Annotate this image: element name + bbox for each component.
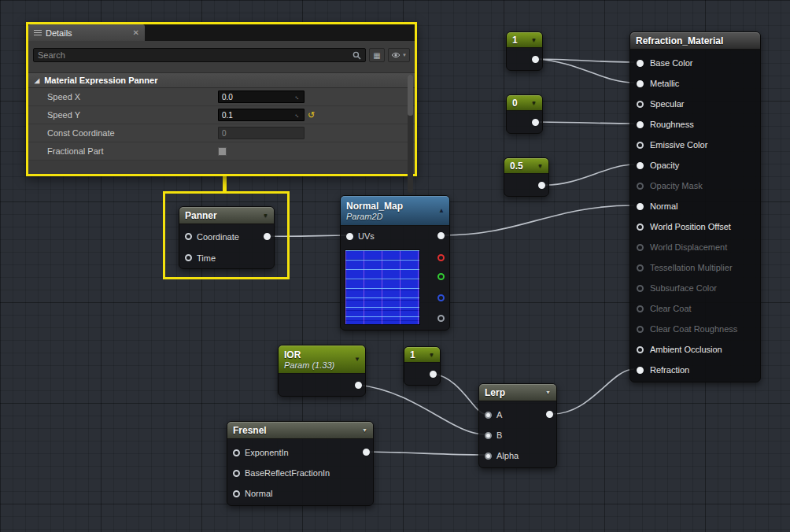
connection-wire[interactable]: [551, 369, 634, 414]
alpha-channel-pin[interactable]: [437, 315, 445, 322]
panner-output-pin[interactable]: [264, 233, 271, 240]
pin-circle[interactable]: [637, 101, 644, 108]
material-pin-opacity-mask[interactable]: Opacity Mask: [630, 175, 760, 196]
material-pin-base-color[interactable]: Base Color: [630, 53, 760, 73]
scrollbar-thumb[interactable]: [408, 75, 413, 116]
pin-basereflectfractionin[interactable]: BaseReflectFractionIn: [227, 463, 373, 483]
material-pin-normal[interactable]: Normal: [630, 196, 760, 216]
constant-node-header[interactable]: 1 ▼: [404, 347, 440, 363]
connection-wire[interactable]: [434, 374, 485, 414]
panner-node[interactable]: Panner ▼ Coordinate Time: [179, 206, 275, 269]
reset-to-default-icon[interactable]: ↺: [308, 111, 315, 120]
pin-circle[interactable]: [637, 264, 644, 272]
pin-a[interactable]: A: [479, 405, 556, 425]
material-pin-clear-coat[interactable]: Clear Coat: [630, 298, 760, 319]
speed-x-input[interactable]: 0.0 ↔: [218, 91, 305, 103]
lerp-node[interactable]: Lerp ▼ A B Alpha: [478, 383, 557, 468]
chevron-down-icon[interactable]: ▼: [263, 212, 268, 218]
collapse-icon[interactable]: ▲: [438, 207, 445, 214]
chevron-down-icon[interactable]: ▼: [354, 356, 360, 363]
constant-node-header[interactable]: 0 ▼: [507, 95, 542, 111]
pin-circle[interactable]: [637, 203, 644, 210]
material-pin-metallic[interactable]: Metallic: [630, 73, 760, 94]
constant-output-pin[interactable]: [532, 119, 539, 126]
constant-node-header[interactable]: 1 ▼: [507, 32, 542, 48]
chevron-down-icon[interactable]: ▼: [537, 163, 543, 168]
material-pin-subsurface-color[interactable]: Subsurface Color: [630, 278, 760, 298]
rgb-output-pin[interactable]: [437, 232, 445, 239]
pin-circle[interactable]: [637, 80, 644, 87]
pin-alpha[interactable]: Alpha: [479, 445, 556, 466]
fresnel-node[interactable]: Fresnel ▼ ExponentIn BaseReflectFraction…: [227, 421, 374, 506]
pin-circle[interactable]: [637, 162, 644, 169]
pin-circle[interactable]: [637, 244, 644, 251]
pin-circle[interactable]: [637, 367, 644, 374]
pin-circle[interactable]: [637, 183, 644, 190]
chevron-down-icon[interactable]: ▼: [429, 352, 434, 357]
red-channel-pin[interactable]: [437, 254, 445, 261]
material-result-node[interactable]: Refraction_Material Base Color Metallic …: [629, 31, 761, 382]
material-pin-opacity[interactable]: Opacity: [630, 155, 760, 175]
pin-uvs[interactable]: UVs: [341, 226, 449, 246]
constant-output-pin[interactable]: [538, 182, 545, 189]
search-input[interactable]: Search: [33, 48, 366, 62]
constant-0-node[interactable]: 0 ▼: [506, 94, 543, 134]
material-pin-clear-coat-roughness[interactable]: Clear Coat Roughness: [630, 319, 760, 339]
input-pin[interactable]: [485, 412, 492, 419]
input-pin[interactable]: [346, 233, 353, 240]
material-pin-ambient-occlusion[interactable]: Ambient Occlusion: [630, 339, 760, 360]
constant-output-pin[interactable]: [532, 56, 539, 63]
material-pin-world-displacement[interactable]: World Displacement: [630, 237, 760, 257]
speed-y-input[interactable]: 0.1 ↔: [218, 109, 305, 121]
constant-1b-node[interactable]: 1 ▼: [404, 346, 441, 386]
connection-wire[interactable]: [542, 164, 634, 185]
ior-output-pin[interactable]: [355, 382, 362, 389]
input-pin[interactable]: [233, 490, 240, 497]
normal-map-node[interactable]: Normal_Map Param2D ▲ UVs: [340, 195, 450, 331]
material-node-header[interactable]: Refraction_Material: [630, 32, 760, 50]
material-pin-specular[interactable]: Specular: [630, 94, 760, 114]
constant-node-header[interactable]: 0.5 ▼: [504, 158, 548, 174]
connection-wire[interactable]: [536, 59, 634, 83]
pin-time[interactable]: Time: [179, 247, 274, 268]
pin-b[interactable]: B: [479, 425, 556, 445]
material-pin-tessellation-multiplier[interactable]: Tessellation Multiplier: [630, 257, 760, 278]
pin-circle[interactable]: [637, 142, 644, 149]
connection-wire[interactable]: [367, 452, 485, 455]
drag-handle-icon[interactable]: ↔: [293, 92, 302, 102]
input-pin[interactable]: [233, 449, 240, 456]
connection-wire[interactable]: [536, 59, 634, 62]
input-pin[interactable]: [233, 470, 240, 477]
chevron-down-icon[interactable]: ▼: [362, 427, 367, 433]
normal-map-node-header[interactable]: Normal_Map Param2D ▲: [341, 196, 449, 226]
ior-node-header[interactable]: IOR Param (1.33) ▼: [279, 345, 365, 374]
pin-circle[interactable]: [637, 121, 644, 128]
connection-wire[interactable]: [359, 385, 485, 434]
pin-coordinate[interactable]: Coordinate: [179, 226, 274, 247]
material-pin-emissive-color[interactable]: Emissive Color: [630, 135, 760, 155]
pin-circle[interactable]: [637, 285, 644, 292]
fresnel-node-header[interactable]: Fresnel ▼: [227, 422, 373, 439]
green-channel-pin[interactable]: [437, 273, 445, 280]
material-pin-refraction[interactable]: Refraction: [630, 360, 760, 380]
material-pin-world-position-offset[interactable]: World Position Offset: [630, 216, 760, 237]
constant-05-node[interactable]: 0.5 ▼: [504, 157, 549, 197]
pin-exponentin[interactable]: ExponentIn: [227, 442, 373, 463]
chevron-down-icon[interactable]: ▼: [545, 390, 551, 395]
drag-handle-icon[interactable]: ↔: [293, 110, 302, 120]
fresnel-output-pin[interactable]: [363, 449, 370, 456]
chevron-down-icon[interactable]: ▼: [531, 100, 537, 105]
pin-circle[interactable]: [637, 60, 644, 67]
connection-wire[interactable]: [268, 235, 347, 236]
connection-wire[interactable]: [536, 122, 634, 124]
lerp-output-pin[interactable]: [546, 411, 553, 418]
connection-wire[interactable]: [441, 205, 634, 235]
input-pin[interactable]: [185, 233, 192, 240]
chevron-down-icon[interactable]: ▼: [531, 37, 537, 42]
tab-details[interactable]: Details ✕: [28, 24, 145, 41]
view-options-button[interactable]: ▦: [369, 48, 385, 62]
pin-circle[interactable]: [637, 224, 644, 231]
blue-channel-pin[interactable]: [437, 294, 445, 301]
material-pin-roughness[interactable]: Roughness: [630, 114, 760, 135]
pin-circle[interactable]: [637, 326, 644, 333]
